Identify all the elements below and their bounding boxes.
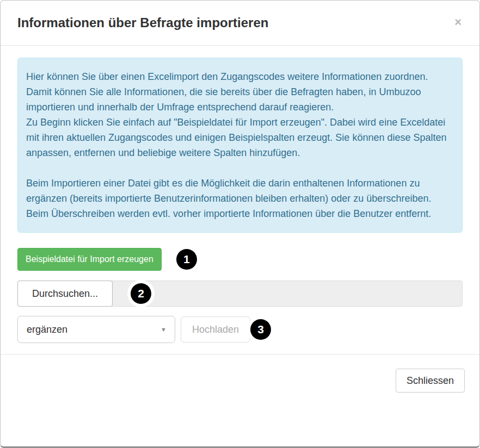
import-respondent-info-modal: Informationen über Befragte importieren … bbox=[0, 0, 480, 448]
info-paragraph-1: Hier können Sie über einen Excelimport d… bbox=[26, 69, 454, 115]
close-button[interactable]: Schliessen bbox=[396, 369, 465, 393]
info-paragraph-3: Beim Importieren einer Datei gibt es die… bbox=[26, 176, 454, 221]
import-mode-select-wrap: ergänzen ▼ bbox=[17, 316, 175, 343]
upload-row: ergänzen ▼ Hochladen 3 bbox=[17, 316, 463, 343]
info-paragraph-2: Zu Beginn klicken Sie einfach auf "Beisp… bbox=[26, 115, 454, 160]
modal-footer: Schliessen bbox=[1, 354, 479, 409]
import-mode-select[interactable]: ergänzen bbox=[17, 316, 175, 343]
file-row: Durchsuchen... 2 bbox=[17, 281, 463, 307]
step-1-badge: 1 bbox=[176, 249, 197, 270]
step-3-badge: 3 bbox=[250, 319, 271, 340]
generate-row: Beispieldatei für Import erzeugen 1 bbox=[17, 248, 463, 271]
generate-sample-file-button[interactable]: Beispieldatei für Import erzeugen bbox=[17, 248, 162, 271]
modal-title: Informationen über Befragte importieren bbox=[17, 15, 268, 30]
modal-body: Hier können Sie über einen Excelimport d… bbox=[1, 46, 479, 354]
file-input[interactable]: Durchsuchen... bbox=[17, 281, 463, 307]
step-2-badge: 2 bbox=[131, 283, 151, 304]
modal-header: Informationen über Befragte importieren … bbox=[1, 1, 479, 46]
info-box: Hier können Sie über einen Excelimport d… bbox=[17, 58, 463, 233]
upload-button[interactable]: Hochladen bbox=[181, 316, 250, 343]
browse-button[interactable]: Durchsuchen... bbox=[17, 281, 113, 307]
info-blank-line bbox=[26, 160, 454, 176]
close-icon[interactable]: × bbox=[454, 16, 461, 28]
